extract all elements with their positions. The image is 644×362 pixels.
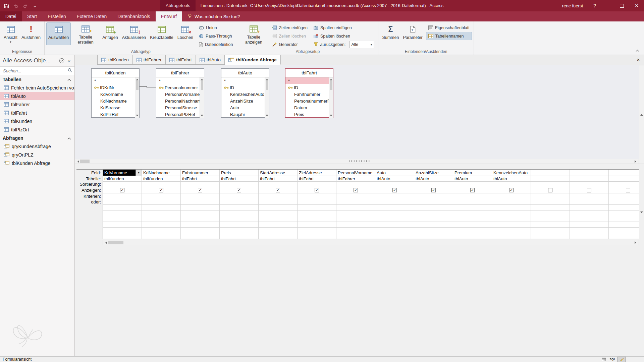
qbe-oder-cell-0[interactable] bbox=[103, 199, 142, 205]
qbe-feld-cell-10[interactable]: KennzeichenAuto bbox=[492, 170, 531, 176]
qbe-empty-cell-10-7[interactable] bbox=[492, 210, 531, 216]
query-design-surface[interactable]: tblKunden*IDKdNrKdVornameKdNachnameKdStr… bbox=[75, 65, 639, 159]
qbe-empty-cell-8-6[interactable] bbox=[414, 205, 453, 210]
field-list-title[interactable]: tblFahrer bbox=[156, 69, 204, 77]
pass-through-button[interactable]: Pass-Through bbox=[197, 32, 235, 40]
tabelle-erstellen-button[interactable]: *Tabelle erstellen bbox=[71, 22, 100, 45]
collapse-ribbon-button[interactable] bbox=[634, 48, 641, 53]
field-row-preis[interactable]: Preis bbox=[285, 111, 333, 118]
qbe-empty-cell-11-9[interactable] bbox=[531, 222, 570, 228]
qbe-kriterien-cell-8[interactable] bbox=[414, 193, 453, 199]
field-row-kdstrasse[interactable]: KdStrasse bbox=[92, 104, 139, 111]
qbe-sortierung-cell-11[interactable] bbox=[531, 182, 570, 187]
qbe-empty-cell-0-9[interactable] bbox=[103, 222, 142, 228]
qbe-empty-cell-12-6[interactable] bbox=[570, 205, 609, 210]
qbe-empty-cell-1-6[interactable] bbox=[142, 205, 181, 210]
qbe-empty-cell-13-11[interactable] bbox=[609, 233, 639, 239]
redo-button[interactable] bbox=[21, 1, 30, 10]
field-row-personalstrasse[interactable]: PersonalStrasse bbox=[156, 104, 204, 111]
qbe-empty-cell-1-11[interactable] bbox=[142, 233, 181, 239]
qbe-empty-cell-1-10[interactable] bbox=[142, 228, 181, 233]
datasheet-view-sm-button[interactable] bbox=[599, 357, 608, 362]
field-row-kdplzref[interactable]: KdPlzRef bbox=[92, 111, 139, 118]
qbe-sortierung-cell-10[interactable] bbox=[492, 182, 531, 187]
qbe-anzeigen-cell-4[interactable]: ✓ bbox=[259, 187, 298, 193]
qbe-empty-cell-11-11[interactable] bbox=[531, 233, 570, 239]
qbe-tabelle-cell-6[interactable]: tblFahrer bbox=[336, 176, 375, 182]
qbe-empty-cell-6-10[interactable] bbox=[336, 228, 375, 233]
qbe-oder-cell-2[interactable] bbox=[181, 199, 220, 205]
qbe-feld-cell-0[interactable]: KdVorname▾ bbox=[103, 170, 142, 176]
tabelle-anzeigen-button[interactable]: +Tabelle anzeigen bbox=[239, 22, 268, 45]
close-document-icon[interactable]: × bbox=[635, 55, 642, 65]
qbe-sortierung-cell-4[interactable] bbox=[259, 182, 298, 187]
qbe-empty-cell-13-6[interactable] bbox=[609, 205, 639, 210]
qbe-feld-cell-13[interactable] bbox=[609, 170, 639, 176]
anzeigen-checkbox[interactable]: ✓ bbox=[431, 188, 436, 192]
ansicht-button[interactable]: Ansicht▾ bbox=[2, 22, 19, 45]
scroll-left-icon[interactable] bbox=[75, 159, 80, 164]
field-row-personalplzref[interactable]: PersonalPlzRef bbox=[156, 111, 204, 118]
qbe-anzeigen-cell-13[interactable] bbox=[609, 187, 639, 193]
qbe-empty-cell-13-9[interactable] bbox=[609, 222, 639, 228]
scroll-down-icon[interactable] bbox=[639, 164, 644, 262]
scrollbar-thumb[interactable] bbox=[330, 81, 332, 90]
qbe-empty-cell-6-7[interactable] bbox=[336, 210, 375, 216]
scrollbar-thumb[interactable] bbox=[266, 81, 268, 90]
qbe-empty-cell-4-7[interactable] bbox=[259, 210, 298, 216]
qbe-kriterien-cell-0[interactable] bbox=[103, 193, 142, 199]
field-list-scrollbar[interactable] bbox=[329, 77, 333, 118]
nav-item-fehler-beim-autospeichern-vo[interactable]: Fehler beim AutoSpeichern vo... bbox=[0, 83, 74, 92]
qbe-tabelle-cell-11[interactable] bbox=[531, 176, 570, 182]
scroll-down-icon[interactable] bbox=[136, 115, 139, 116]
field-list-tblkunden[interactable]: tblKunden*IDKdNrKdVornameKdNachnameKdStr… bbox=[91, 68, 140, 118]
qbe-feld-cell-2[interactable]: Fahrtnummer bbox=[181, 170, 220, 176]
qbe-empty-cell-3-10[interactable] bbox=[220, 228, 259, 233]
qbe-feld-cell-9[interactable]: Premium bbox=[453, 170, 492, 176]
qbe-empty-cell-9-11[interactable] bbox=[453, 233, 492, 239]
search-input[interactable] bbox=[2, 68, 68, 74]
qbe-oder-cell-3[interactable] bbox=[220, 199, 259, 205]
save-button[interactable] bbox=[2, 1, 11, 10]
qbe-tabelle-cell-3[interactable]: tblFahrt bbox=[220, 176, 259, 182]
nav-item-tblauto[interactable]: tblAuto bbox=[0, 92, 74, 100]
auswählen-button[interactable]: Auswählen bbox=[46, 22, 71, 45]
chevron-down-icon[interactable]: ▾ bbox=[136, 170, 142, 176]
qbe-empty-cell-5-6[interactable] bbox=[298, 205, 336, 210]
qbe-anzeigen-cell-0[interactable]: ✓ bbox=[103, 187, 142, 193]
qbe-empty-cell-7-8[interactable] bbox=[375, 216, 414, 222]
union-button[interactable]: Union bbox=[197, 23, 235, 32]
field-row-datum[interactable]: Datum bbox=[285, 104, 333, 111]
ribbon-tab-entwurf[interactable]: Entwurf bbox=[156, 11, 182, 21]
help-button[interactable]: ? bbox=[590, 0, 600, 11]
qbe-kriterien-cell-5[interactable] bbox=[298, 193, 336, 199]
field-row-star[interactable]: * bbox=[92, 77, 139, 84]
spalten-löschen-button[interactable]: Spalten löschen bbox=[311, 32, 376, 40]
qbe-empty-cell-9-8[interactable] bbox=[453, 216, 492, 222]
ribbon-tab-datenbanktools[interactable]: Datenbanktools bbox=[112, 11, 155, 21]
aktualisieren-button[interactable]: !Aktualisieren bbox=[120, 22, 148, 45]
qbe-empty-cell-10-9[interactable] bbox=[492, 222, 531, 228]
qbe-empty-cell-5-10[interactable] bbox=[298, 228, 336, 233]
qbe-empty-cell-8-9[interactable] bbox=[414, 222, 453, 228]
nav-section-abfragen[interactable]: Abfragen bbox=[0, 134, 74, 142]
spalten-einfügen-button[interactable]: Spalten einfügen bbox=[311, 23, 376, 32]
maximize-button[interactable] bbox=[614, 0, 629, 11]
scrollbar-thumb[interactable] bbox=[80, 160, 90, 163]
qbe-anzeigen-cell-6[interactable]: ✓ bbox=[336, 187, 375, 193]
qbe-sortierung-cell-2[interactable] bbox=[181, 182, 220, 187]
qbe-empty-cell-12-11[interactable] bbox=[570, 233, 609, 239]
qbe-kriterien-cell-13[interactable] bbox=[609, 193, 639, 199]
qbe-empty-cell-11-6[interactable] bbox=[531, 205, 570, 210]
anzeigen-checkbox[interactable]: ✓ bbox=[120, 188, 124, 192]
nav-pane-title[interactable]: Alle Access-Obje... bbox=[3, 57, 58, 64]
qbe-empty-cell-4-9[interactable] bbox=[259, 222, 298, 228]
circle-arrow-icon[interactable] bbox=[58, 57, 65, 64]
scroll-down-icon[interactable] bbox=[201, 115, 203, 116]
qbe-sortierung-cell-1[interactable] bbox=[142, 182, 181, 187]
qbe-empty-cell-10-8[interactable] bbox=[492, 216, 531, 222]
search-icon[interactable] bbox=[68, 68, 72, 74]
qbe-empty-cell-0-7[interactable] bbox=[103, 210, 142, 216]
qbe-kriterien-cell-4[interactable] bbox=[259, 193, 298, 199]
field-row-kdvorname[interactable]: KdVorname bbox=[92, 91, 139, 98]
